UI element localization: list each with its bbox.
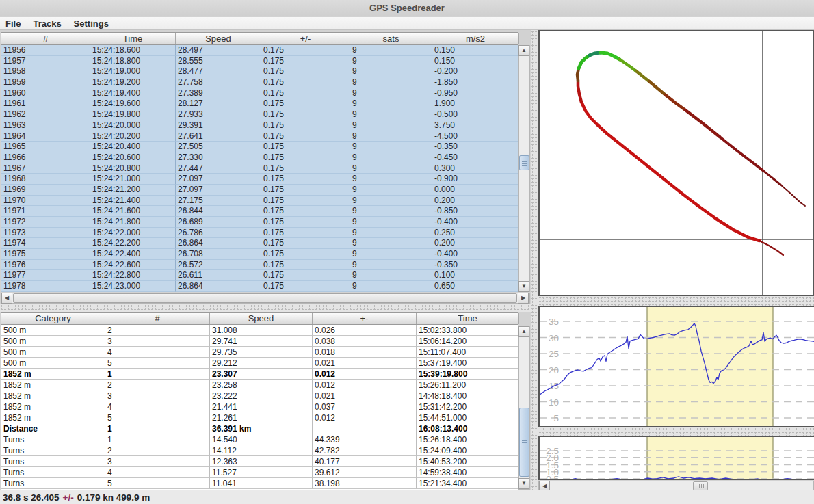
table-row[interactable]: 1852 m123.3070.01215:39:19.800 — [1, 369, 518, 380]
table-row[interactable]: 1196515:24:20.40027.5050.1759-0.350 — [1, 142, 518, 152]
menu-tracks[interactable]: Tracks — [33, 18, 61, 29]
table-cell: 14:48:18.400 — [417, 390, 518, 401]
table-cell: 0.175 — [261, 206, 350, 217]
table-cell: 0.175 — [261, 66, 350, 77]
track-map-chart[interactable] — [538, 30, 814, 296]
menu-settings[interactable]: Settings — [74, 18, 109, 29]
table-row[interactable]: 1197015:24:21.40027.1750.17590.200 — [1, 196, 518, 207]
col-header-time2[interactable]: Time — [417, 313, 519, 324]
col-header-time[interactable]: Time — [90, 33, 176, 44]
col-header-speed[interactable]: Speed — [176, 33, 261, 44]
table-row[interactable]: 1195615:24:18.60028.4970.17590.150 — [1, 45, 518, 56]
table-cell: 15:24:19.200 — [90, 77, 176, 88]
table-row[interactable]: 500 m529.2120.02115:37:19.400 — [1, 358, 518, 369]
table-row[interactable]: Turns114.54044.33915:26:18.400 — [1, 434, 518, 445]
table-row[interactable]: Distance136.391 km16:08:13.400 — [1, 423, 518, 434]
table-cell: 15:24:21.400 — [90, 196, 176, 207]
results-table-vscroll-thumb[interactable] — [519, 408, 529, 477]
horizontal-splitter-right-2[interactable] — [538, 427, 814, 436]
table-row[interactable]: 1852 m223.2580.01215:26:11.200 — [1, 380, 518, 390]
table-row[interactable]: 1195915:24:19.20027.7580.1759-1.850 — [1, 77, 518, 88]
table-cell: 29.391 — [176, 120, 261, 131]
accel-chart[interactable]: 2.52.01.51.00.5 — [538, 436, 814, 480]
table-row[interactable]: 1196715:24:20.80027.4470.17590.300 — [1, 163, 518, 174]
track-table-hscroll-thumb[interactable] — [13, 293, 517, 303]
table-row[interactable]: 1196015:24:19.40027.3890.1759-0.950 — [1, 88, 518, 99]
col-header-category[interactable]: Category — [1, 313, 105, 324]
menu-file[interactable]: File — [5, 18, 21, 29]
table-row[interactable]: 1196115:24:19.60028.1270.17591.900 — [1, 98, 518, 109]
table-row[interactable]: 1197115:24:21.60026.8440.1759-0.850 — [1, 206, 518, 217]
table-row[interactable]: 1197615:24:22.60026.5720.1759-0.350 — [1, 260, 518, 271]
horizontal-splitter-left[interactable] — [0, 304, 531, 312]
vertical-splitter[interactable] — [531, 30, 538, 491]
table-cell: 0.012 — [313, 412, 417, 423]
table-cell: 9 — [350, 131, 432, 142]
table-cell: 15:11:07.400 — [417, 347, 518, 358]
table-cell: 44.339 — [313, 434, 417, 445]
table-cell: 4 — [105, 401, 210, 412]
col-header-plusminus2[interactable]: +- — [313, 313, 417, 324]
scroll-down-button[interactable]: ▼ — [518, 281, 529, 292]
table-cell: 0.175 — [261, 249, 350, 260]
table-row[interactable]: 1197715:24:22.80026.6110.17590.100 — [1, 270, 518, 281]
track-table-vscroll-thumb[interactable] — [519, 155, 529, 170]
table-cell: 0.038 — [313, 336, 417, 347]
table-cell: 11956 — [1, 45, 90, 56]
table-cell: Distance — [1, 423, 105, 434]
table-cell: 14.540 — [210, 434, 313, 445]
table-cell: 0.026 — [313, 325, 417, 336]
table-cell: 0.175 — [261, 185, 350, 196]
table-row[interactable]: 1197815:24:23.00026.8640.17590.650 — [1, 281, 518, 292]
table-cell: 27.447 — [176, 163, 261, 174]
table-row[interactable]: 1197515:24:22.40026.7080.1759-0.400 — [1, 249, 518, 260]
table-cell: 38.198 — [313, 478, 417, 489]
table-row[interactable]: Turns411.52739.61214:59:38.400 — [1, 467, 518, 478]
table-cell: 1852 m — [1, 401, 105, 412]
scroll-right-button[interactable]: ▶ — [518, 293, 529, 304]
table-row[interactable]: Turns214.11242.78215:24:09.400 — [1, 445, 518, 456]
table-row[interactable]: 500 m429.7350.01815:11:07.400 — [1, 347, 518, 358]
table-row[interactable]: 1197315:24:22.00026.7860.17590.250 — [1, 228, 518, 239]
table-cell: 1 — [105, 423, 210, 434]
table-row[interactable]: 500 m329.7410.03815:06:14.200 — [1, 336, 518, 347]
table-row[interactable]: 500 m231.0080.02615:02:33.800 — [1, 325, 518, 336]
table-row[interactable]: 1195715:24:18.80028.5550.17590.150 — [1, 56, 518, 67]
table-row[interactable]: 1852 m521.2610.01215:44:51.000 — [1, 412, 518, 423]
col-header-ms2[interactable]: m/s2 — [432, 33, 519, 44]
col-header-speed2[interactable]: Speed — [210, 313, 313, 324]
table-row[interactable]: 1196615:24:20.60027.3300.1759-0.450 — [1, 152, 518, 163]
table-row[interactable]: 1197215:24:21.80026.6890.1759-0.400 — [1, 217, 518, 228]
horizontal-splitter-right-1[interactable] — [538, 296, 814, 306]
table-cell: 0.250 — [432, 228, 518, 239]
table-row[interactable]: 1852 m323.2220.02114:48:18.400 — [1, 390, 518, 401]
table-row[interactable]: Turns511.04138.19815:21:34.400 — [1, 478, 518, 489]
speed-chart[interactable]: 3530252015105 — [538, 306, 814, 427]
table-cell: 15:24:18.600 — [90, 45, 176, 56]
table-cell: 3 — [105, 456, 210, 467]
table-cell: -0.400 — [432, 249, 518, 260]
table-row[interactable]: 1196415:24:20.20027.6410.1759-4.500 — [1, 131, 518, 142]
col-header-plusminus[interactable]: +/- — [261, 33, 350, 44]
table-cell: 15:24:21.600 — [90, 206, 176, 217]
col-header-number[interactable]: # — [105, 313, 210, 324]
table-row[interactable]: 1195815:24:19.00028.4770.1759-0.200 — [1, 66, 518, 77]
table-row[interactable]: 1196915:24:21.20027.0970.17590.000 — [1, 185, 518, 196]
table-cell: 15:24:09.400 — [417, 445, 518, 456]
table-cell: 27.175 — [176, 196, 261, 207]
scroll-down-button[interactable]: ▼ — [518, 478, 529, 489]
scroll-up-button[interactable]: ▲ — [518, 326, 529, 337]
table-row[interactable]: 1196315:24:20.00029.3910.17593.750 — [1, 120, 518, 131]
table-row[interactable]: 1196815:24:21.00027.0970.1759-0.900 — [1, 174, 518, 185]
table-row[interactable]: 1197415:24:22.20026.8640.17590.200 — [1, 238, 518, 249]
table-cell: 23.307 — [210, 369, 313, 380]
table-row[interactable]: 1196215:24:19.80027.9330.1759-0.500 — [1, 109, 518, 120]
table-row[interactable]: 1852 m421.4410.03715:31:42.200 — [1, 401, 518, 412]
scroll-left-button[interactable]: ◀ — [1, 293, 12, 304]
col-header-sats[interactable]: sats — [350, 33, 432, 44]
col-header-index[interactable]: # — [1, 33, 90, 44]
scroll-up-button[interactable]: ▲ — [518, 45, 529, 56]
table-cell: 15:24:18.800 — [90, 56, 176, 67]
table-cell: 11963 — [1, 120, 90, 131]
table-row[interactable]: Turns312.36340.17715:40:53.200 — [1, 456, 518, 467]
